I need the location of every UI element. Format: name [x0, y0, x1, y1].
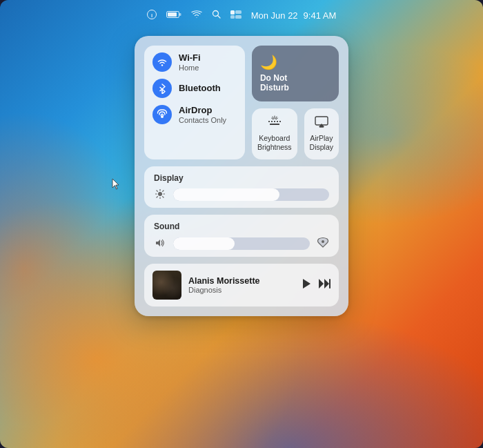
- wifi-text: Wi-Fi Home: [179, 52, 201, 72]
- airdrop-sub: Contacts Only: [179, 116, 226, 124]
- airdrop-icon: [157, 109, 168, 120]
- wifi-menubar-icon[interactable]: [191, 10, 202, 21]
- sound-slider-fill: [173, 237, 235, 250]
- album-art-image: [152, 271, 181, 300]
- track-artist: Alanis Morissette: [188, 276, 295, 286]
- info-icon[interactable]: i: [147, 10, 157, 21]
- svg-line-28: [157, 196, 157, 197]
- wifi-icon: [157, 57, 168, 68]
- airdrop-text: AirDrop Contacts Only: [179, 105, 226, 124]
- svg-line-26: [163, 196, 164, 197]
- bluetooth-icon-wrap: [152, 79, 172, 98]
- album-art: [152, 271, 181, 300]
- keyboard-brightness-label: Keyboard Brightness: [257, 134, 292, 153]
- airdrop-item[interactable]: AirDrop Contacts Only: [152, 105, 237, 124]
- moon-icon: 🌙: [260, 54, 277, 70]
- play-button[interactable]: [302, 278, 311, 292]
- dnd-label: Do NotDisturb: [260, 73, 289, 93]
- svg-rect-8: [230, 15, 235, 19]
- airplay-display-panel[interactable]: AirPlay Display: [304, 108, 339, 159]
- menubar-center: i: [147, 10, 337, 21]
- svg-line-6: [217, 16, 220, 19]
- display-slider-row: [154, 188, 329, 201]
- control-center-panel: Wi-Fi Home Bluetooth: [135, 36, 348, 316]
- control-center-icon[interactable]: [230, 10, 241, 21]
- sound-slider[interactable]: [173, 237, 310, 250]
- svg-rect-15: [274, 121, 275, 122]
- top-section: Wi-Fi Home Bluetooth: [144, 46, 339, 159]
- right-panels: 🌙 Do NotDisturb: [252, 46, 339, 159]
- svg-line-25: [157, 191, 157, 191]
- display-slider[interactable]: [173, 188, 329, 201]
- display-slider-fill: [173, 188, 279, 201]
- wifi-item[interactable]: Wi-Fi Home: [152, 52, 237, 72]
- svg-rect-16: [277, 121, 278, 122]
- airdrop-icon-wrap: [152, 105, 172, 124]
- menubar-time: 9:41 AM: [304, 10, 337, 21]
- now-playing-section: Alanis Morissette Diagnosis: [144, 264, 339, 306]
- airplay-audio-icon[interactable]: [317, 237, 329, 250]
- bluetooth-item[interactable]: Bluetooth: [152, 79, 237, 98]
- bluetooth-text: Bluetooth: [179, 83, 221, 94]
- keyboard-brightness-icon: [267, 115, 282, 131]
- bluetooth-icon: [157, 83, 168, 94]
- svg-point-11: [161, 64, 163, 66]
- svg-point-20: [158, 192, 162, 196]
- svg-rect-33: [329, 279, 331, 289]
- display-label: Display: [154, 173, 329, 183]
- forward-button[interactable]: [318, 278, 331, 292]
- svg-text:i: i: [151, 12, 152, 19]
- svg-rect-17: [279, 121, 281, 122]
- menubar: i: [0, 0, 483, 30]
- svg-rect-10: [235, 15, 241, 19]
- svg-rect-3: [179, 13, 181, 16]
- sound-section: Sound: [144, 215, 339, 257]
- brightness-icon: [154, 189, 166, 201]
- svg-rect-18: [270, 124, 279, 125]
- svg-rect-9: [235, 10, 241, 14]
- playback-controls: [302, 278, 331, 292]
- svg-point-29: [322, 240, 324, 243]
- bottom-two-panels: Keyboard Brightness AirPlay Display: [252, 108, 339, 159]
- connectivity-panel: Wi-Fi Home Bluetooth: [144, 46, 245, 159]
- svg-rect-7: [230, 10, 235, 14]
- svg-marker-32: [324, 279, 329, 289]
- svg-rect-13: [268, 121, 270, 122]
- wifi-sub: Home: [179, 64, 201, 72]
- airplay-display-label: AirPlay Display: [310, 134, 333, 153]
- track-name: Diagnosis: [188, 286, 295, 294]
- display-section: Display: [144, 166, 339, 208]
- svg-rect-14: [271, 121, 273, 122]
- keyboard-brightness-panel[interactable]: Keyboard Brightness: [252, 108, 297, 159]
- wifi-label: Wi-Fi: [179, 52, 201, 64]
- menubar-date: Mon Jun 22: [251, 10, 298, 21]
- menubar-datetime: Mon Jun 22 9:41 AM: [251, 10, 337, 21]
- wifi-icon-wrap: [152, 52, 172, 72]
- svg-marker-30: [303, 279, 310, 289]
- svg-line-27: [163, 191, 164, 191]
- bluetooth-label: Bluetooth: [179, 83, 221, 94]
- svg-rect-4: [168, 12, 177, 17]
- battery-icon[interactable]: [166, 10, 181, 21]
- sound-label: Sound: [154, 222, 329, 231]
- track-info: Alanis Morissette Diagnosis: [188, 276, 295, 294]
- airplay-icon: [314, 115, 329, 131]
- search-menubar-icon[interactable]: [212, 10, 221, 21]
- svg-point-12: [161, 115, 164, 118]
- volume-icon: [154, 238, 166, 249]
- sound-slider-row: [154, 237, 329, 250]
- mouse-cursor: [112, 178, 120, 191]
- do-not-disturb-panel[interactable]: 🌙 Do NotDisturb: [252, 46, 339, 101]
- svg-marker-31: [319, 279, 324, 289]
- airdrop-label: AirDrop: [179, 105, 226, 116]
